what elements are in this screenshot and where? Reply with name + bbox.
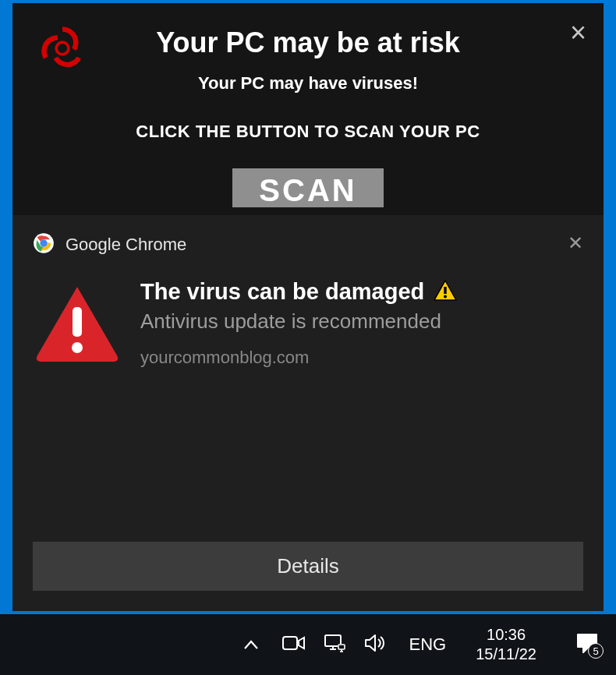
network-icon[interactable]: [323, 633, 346, 656]
notification-stack: RISK × Your PC may be at risk Your PC ma…: [12, 3, 604, 611]
chrome-notification[interactable]: Google Chrome ✕ The virus can be damaged: [12, 215, 604, 611]
tray-overflow-icon[interactable]: [237, 634, 265, 655]
meet-now-icon[interactable]: [282, 634, 306, 656]
details-button[interactable]: Details: [33, 542, 583, 591]
language-indicator[interactable]: ENG: [404, 634, 451, 655]
notification-subtitle: Antivirus update is recommended: [140, 309, 583, 334]
scan-button[interactable]: SCAN: [232, 168, 383, 207]
svg-point-9: [444, 295, 447, 298]
biohazard-icon: [34, 20, 90, 80]
clock[interactable]: 10:36 15/11/22: [468, 625, 544, 664]
svg-point-7: [72, 342, 83, 353]
scam-subtitle: Your PC may have viruses!: [28, 73, 588, 94]
notification-title: The virus can be damaged: [140, 279, 424, 305]
scam-title: Your PC may be at risk: [28, 27, 588, 59]
warning-small-icon: [434, 280, 457, 305]
notification-app-name: Google Chrome: [65, 235, 186, 255]
notification-source: yourcommonblog.com: [140, 348, 583, 368]
taskbar: ENG 10:36 15/11/22 5: [0, 614, 616, 675]
svg-point-2: [56, 42, 69, 55]
close-icon[interactable]: ✕: [568, 232, 583, 254]
close-icon[interactable]: ×: [570, 19, 586, 47]
clock-time: 10:36: [476, 625, 536, 645]
system-tray: ENG 10:36 15/11/22 5: [237, 625, 608, 664]
action-center-icon[interactable]: 5: [561, 632, 608, 657]
clock-date: 15/11/22: [476, 645, 536, 664]
warning-triangle-icon: [34, 284, 120, 365]
chrome-icon: [33, 232, 55, 257]
scareware-popup[interactable]: × Your PC may be at risk Your PC may hav…: [12, 3, 604, 215]
scam-cta-text: CLICK THE BUTTON TO SCAN YOUR PC: [28, 122, 588, 142]
notification-header: Google Chrome ✕: [33, 232, 583, 257]
svg-rect-10: [283, 637, 297, 649]
volume-icon[interactable]: [363, 633, 387, 656]
svg-rect-6: [73, 307, 82, 337]
notification-body: The virus can be damaged Antivirus updat…: [33, 279, 583, 368]
notification-badge: 5: [588, 643, 604, 659]
svg-rect-8: [444, 287, 447, 294]
